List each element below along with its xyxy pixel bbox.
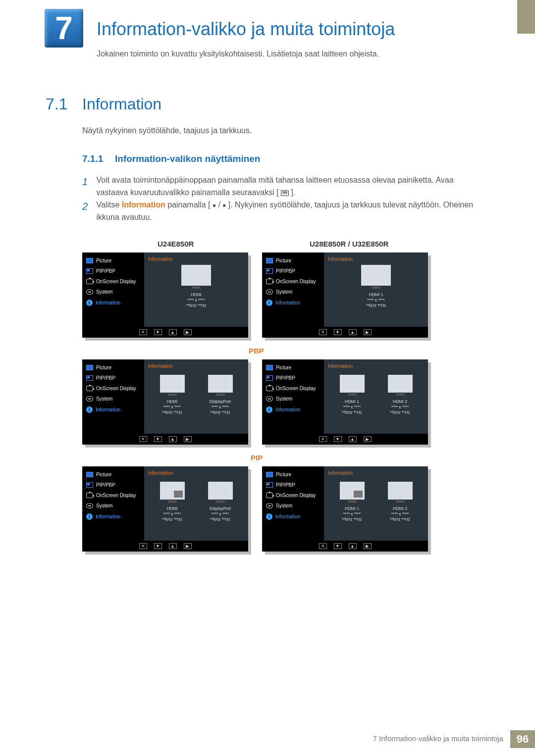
menu-item-pippbp[interactable]: PIP/PBP: [262, 373, 324, 383]
menu-label: System: [96, 289, 112, 295]
menu-item-onscreen[interactable]: OnScreen Display: [82, 490, 144, 501]
osd-icon: [266, 493, 273, 498]
menu-item-information[interactable]: iInformation: [262, 297, 324, 308]
menu-label: Picture: [96, 365, 111, 370]
nav-down-button[interactable]: ▼: [154, 543, 162, 549]
nav-right-button[interactable]: ▶: [364, 329, 372, 335]
nav-down-button[interactable]: ▼: [334, 543, 342, 549]
menu-item-system[interactable]: System: [262, 287, 324, 297]
step-1-text-b: ].: [291, 188, 296, 197]
nav-close-button[interactable]: ✕: [139, 329, 147, 335]
gear-icon: [86, 289, 93, 295]
monitor-graphic: DisplayPort**** x ******kHz **Hz: [208, 375, 233, 415]
picture-icon: [266, 365, 273, 370]
signal-res: **** x ****: [187, 298, 205, 302]
section-text: Näytä nykyinen syöttölähde, taajuus ja t…: [82, 126, 252, 135]
menu-item-pippbp[interactable]: PIP/PBP: [82, 480, 144, 490]
signal-source: DisplayPort: [210, 399, 231, 404]
section-title: Information: [82, 95, 161, 113]
menu-item-system[interactable]: System: [82, 287, 144, 297]
nav-up-button[interactable]: ▲: [169, 436, 177, 442]
nav-up-button[interactable]: ▲: [349, 329, 357, 335]
menu-item-information[interactable]: iInformation: [262, 404, 324, 415]
menu-item-onscreen[interactable]: OnScreen Display: [262, 383, 324, 394]
nav-up-button[interactable]: ▲: [169, 543, 177, 549]
nav-right-button[interactable]: ▶: [184, 329, 192, 335]
menu-item-onscreen[interactable]: OnScreen Display: [82, 383, 144, 394]
gear-icon: [266, 396, 273, 402]
osd-menu: Picture PIP/PBP OnScreen Display System …: [82, 466, 144, 541]
menu-item-system[interactable]: System: [82, 394, 144, 404]
menu-item-pippbp[interactable]: PIP/PBP: [262, 266, 324, 276]
menu-item-pippbp[interactable]: PIP/PBP: [82, 373, 144, 383]
menu-label: Information: [96, 300, 120, 305]
info-icon: i: [86, 406, 93, 413]
osd-screenshot: Picture PIP/PBP OnScreen Display System …: [262, 252, 428, 338]
panel-title: Information: [148, 256, 244, 262]
nav-right-button[interactable]: ▶: [184, 543, 192, 549]
nav-close-button[interactable]: ✕: [319, 543, 327, 549]
chapter-title: Information-valikko ja muita toimintoja: [97, 19, 395, 40]
menu-item-information[interactable]: iInformation: [82, 297, 144, 308]
chapter-intro: Jokainen toiminto on kuvattu yksityiskoh…: [97, 50, 379, 58]
nav-right-button[interactable]: ▶: [364, 436, 372, 442]
signal-source: HDMI: [167, 506, 178, 511]
menu-item-system[interactable]: System: [262, 394, 324, 404]
menu-item-picture[interactable]: Picture: [262, 255, 324, 266]
subsection-title: Information-valikon näyttäminen: [115, 153, 260, 164]
signal-source: DisplayPort: [210, 506, 231, 511]
menu-item-picture[interactable]: Picture: [262, 362, 324, 373]
panel-title: Information: [148, 470, 244, 476]
nav-right-button[interactable]: ▶: [364, 543, 372, 549]
nav-down-button[interactable]: ▼: [334, 436, 342, 442]
osd-icon: [86, 279, 93, 284]
signal-res: **** x ****: [212, 404, 229, 409]
nav-close-button[interactable]: ✕: [319, 329, 327, 335]
menu-item-pippbp[interactable]: PIP/PBP: [262, 480, 324, 490]
nav-close-button[interactable]: ✕: [139, 436, 147, 442]
menu-item-onscreen[interactable]: OnScreen Display: [82, 276, 144, 287]
signal-source: HDMI 1: [345, 506, 359, 511]
nav-down-button[interactable]: ▼: [334, 329, 342, 335]
menu-item-picture[interactable]: Picture: [82, 469, 144, 480]
menu-item-picture[interactable]: Picture: [82, 362, 144, 373]
menu-item-information[interactable]: iInformation: [82, 404, 144, 415]
osd-nav-bar: ✕ ▼ ▲ ▶: [82, 541, 248, 552]
nav-right-button[interactable]: ▶: [184, 436, 192, 442]
menu-item-picture[interactable]: Picture: [262, 469, 324, 480]
panel-title: Information: [148, 363, 244, 369]
menu-item-picture[interactable]: Picture: [82, 255, 144, 266]
dot-icon: •: [213, 200, 216, 211]
menu-label: PIP/PBP: [276, 482, 295, 488]
menu-item-information[interactable]: iInformation: [82, 511, 144, 522]
nav-close-button[interactable]: ✕: [319, 436, 327, 442]
nav-up-button[interactable]: ▲: [349, 436, 357, 442]
monitor-graphic: HDMI**** x ******kHz **Hz: [160, 482, 185, 522]
nav-up-button[interactable]: ▲: [169, 329, 177, 335]
menu-item-onscreen[interactable]: OnScreen Display: [262, 276, 324, 287]
pip-icon: [86, 268, 93, 274]
osd-icon: [86, 386, 93, 391]
monitor-graphic: HDMI 1**** x ******kHz **Hz: [361, 265, 391, 308]
menu-item-system[interactable]: System: [82, 501, 144, 511]
panel-title: Information: [328, 363, 424, 369]
osd-panel: Information HDMI**** x ******kHz **Hz: [144, 252, 248, 327]
signal-freq: **kHz **Hz: [186, 303, 207, 308]
menu-item-onscreen[interactable]: OnScreen Display: [262, 490, 324, 501]
osd-panel: Information HDMI**** x ******kHz **Hz Di…: [144, 466, 248, 541]
menu-item-system[interactable]: System: [262, 501, 324, 511]
nav-down-button[interactable]: ▼: [154, 436, 162, 442]
nav-down-button[interactable]: ▼: [154, 329, 162, 335]
picture-icon: [266, 472, 273, 477]
nav-up-button[interactable]: ▲: [349, 543, 357, 549]
menu-label: Picture: [96, 472, 111, 477]
signal-freq: **kHz **Hz: [390, 410, 410, 415]
model-label-right: U28E850R / U32E850R: [310, 240, 388, 248]
nav-close-button[interactable]: ✕: [139, 543, 147, 549]
menu-item-information[interactable]: iInformation: [262, 511, 324, 522]
osd-screenshot: Picture PIP/PBP OnScreen Display System …: [82, 466, 248, 552]
menu-item-pippbp[interactable]: PIP/PBP: [82, 266, 144, 276]
signal-res: **** x ****: [367, 298, 384, 302]
signal-source: HDMI: [167, 399, 178, 404]
menu-label: System: [96, 503, 112, 508]
